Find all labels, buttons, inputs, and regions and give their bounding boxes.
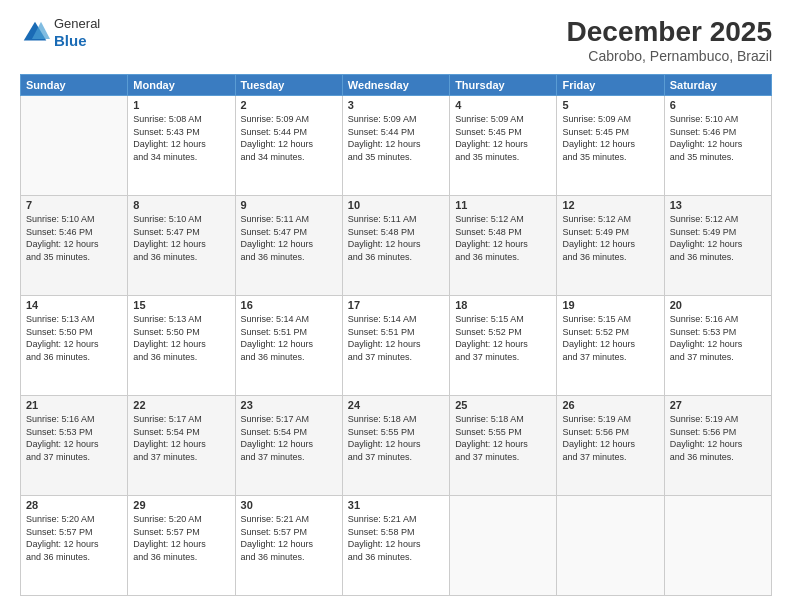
calendar-day-cell xyxy=(21,96,128,196)
day-info: Sunrise: 5:11 AM Sunset: 5:48 PM Dayligh… xyxy=(348,213,444,263)
day-number: 15 xyxy=(133,299,229,311)
calendar-day-cell: 15Sunrise: 5:13 AM Sunset: 5:50 PM Dayli… xyxy=(128,296,235,396)
day-number: 10 xyxy=(348,199,444,211)
day-info: Sunrise: 5:14 AM Sunset: 5:51 PM Dayligh… xyxy=(348,313,444,363)
calendar-day-cell: 9Sunrise: 5:11 AM Sunset: 5:47 PM Daylig… xyxy=(235,196,342,296)
day-info: Sunrise: 5:12 AM Sunset: 5:49 PM Dayligh… xyxy=(562,213,658,263)
calendar-week-row: 21Sunrise: 5:16 AM Sunset: 5:53 PM Dayli… xyxy=(21,396,772,496)
calendar-day-cell: 17Sunrise: 5:14 AM Sunset: 5:51 PM Dayli… xyxy=(342,296,449,396)
calendar-day-cell: 25Sunrise: 5:18 AM Sunset: 5:55 PM Dayli… xyxy=(450,396,557,496)
calendar-day-cell: 13Sunrise: 5:12 AM Sunset: 5:49 PM Dayli… xyxy=(664,196,771,296)
day-number: 16 xyxy=(241,299,337,311)
calendar-week-row: 7Sunrise: 5:10 AM Sunset: 5:46 PM Daylig… xyxy=(21,196,772,296)
logo-general: General xyxy=(54,16,100,32)
day-info: Sunrise: 5:10 AM Sunset: 5:46 PM Dayligh… xyxy=(670,113,766,163)
main-title: December 2025 xyxy=(567,16,772,48)
weekday-header: Friday xyxy=(557,75,664,96)
day-info: Sunrise: 5:14 AM Sunset: 5:51 PM Dayligh… xyxy=(241,313,337,363)
calendar-day-cell: 23Sunrise: 5:17 AM Sunset: 5:54 PM Dayli… xyxy=(235,396,342,496)
day-info: Sunrise: 5:20 AM Sunset: 5:57 PM Dayligh… xyxy=(26,513,122,563)
calendar-day-cell: 27Sunrise: 5:19 AM Sunset: 5:56 PM Dayli… xyxy=(664,396,771,496)
day-number: 24 xyxy=(348,399,444,411)
calendar-day-cell xyxy=(450,496,557,596)
weekday-header: Monday xyxy=(128,75,235,96)
calendar-week-row: 14Sunrise: 5:13 AM Sunset: 5:50 PM Dayli… xyxy=(21,296,772,396)
day-number: 6 xyxy=(670,99,766,111)
day-info: Sunrise: 5:15 AM Sunset: 5:52 PM Dayligh… xyxy=(455,313,551,363)
calendar-header-row: SundayMondayTuesdayWednesdayThursdayFrid… xyxy=(21,75,772,96)
calendar-day-cell: 21Sunrise: 5:16 AM Sunset: 5:53 PM Dayli… xyxy=(21,396,128,496)
weekday-header: Tuesday xyxy=(235,75,342,96)
day-info: Sunrise: 5:19 AM Sunset: 5:56 PM Dayligh… xyxy=(670,413,766,463)
calendar-day-cell: 3Sunrise: 5:09 AM Sunset: 5:44 PM Daylig… xyxy=(342,96,449,196)
calendar-day-cell: 28Sunrise: 5:20 AM Sunset: 5:57 PM Dayli… xyxy=(21,496,128,596)
logo-icon xyxy=(20,18,50,48)
logo-blue: Blue xyxy=(54,32,100,50)
calendar-week-row: 28Sunrise: 5:20 AM Sunset: 5:57 PM Dayli… xyxy=(21,496,772,596)
page: General Blue December 2025 Cabrobo, Pern… xyxy=(0,0,792,612)
day-number: 11 xyxy=(455,199,551,211)
calendar-day-cell: 1Sunrise: 5:08 AM Sunset: 5:43 PM Daylig… xyxy=(128,96,235,196)
calendar-day-cell: 2Sunrise: 5:09 AM Sunset: 5:44 PM Daylig… xyxy=(235,96,342,196)
calendar-day-cell: 31Sunrise: 5:21 AM Sunset: 5:58 PM Dayli… xyxy=(342,496,449,596)
calendar-day-cell: 10Sunrise: 5:11 AM Sunset: 5:48 PM Dayli… xyxy=(342,196,449,296)
day-info: Sunrise: 5:10 AM Sunset: 5:46 PM Dayligh… xyxy=(26,213,122,263)
weekday-header: Thursday xyxy=(450,75,557,96)
logo-text: General Blue xyxy=(54,16,100,50)
day-info: Sunrise: 5:15 AM Sunset: 5:52 PM Dayligh… xyxy=(562,313,658,363)
day-info: Sunrise: 5:12 AM Sunset: 5:48 PM Dayligh… xyxy=(455,213,551,263)
subtitle: Cabrobo, Pernambuco, Brazil xyxy=(567,48,772,64)
day-info: Sunrise: 5:21 AM Sunset: 5:57 PM Dayligh… xyxy=(241,513,337,563)
day-info: Sunrise: 5:19 AM Sunset: 5:56 PM Dayligh… xyxy=(562,413,658,463)
day-number: 26 xyxy=(562,399,658,411)
day-info: Sunrise: 5:09 AM Sunset: 5:45 PM Dayligh… xyxy=(562,113,658,163)
day-info: Sunrise: 5:10 AM Sunset: 5:47 PM Dayligh… xyxy=(133,213,229,263)
calendar-week-row: 1Sunrise: 5:08 AM Sunset: 5:43 PM Daylig… xyxy=(21,96,772,196)
calendar-day-cell: 12Sunrise: 5:12 AM Sunset: 5:49 PM Dayli… xyxy=(557,196,664,296)
day-info: Sunrise: 5:16 AM Sunset: 5:53 PM Dayligh… xyxy=(26,413,122,463)
calendar-day-cell: 14Sunrise: 5:13 AM Sunset: 5:50 PM Dayli… xyxy=(21,296,128,396)
weekday-header: Sunday xyxy=(21,75,128,96)
day-info: Sunrise: 5:09 AM Sunset: 5:44 PM Dayligh… xyxy=(241,113,337,163)
calendar-day-cell: 20Sunrise: 5:16 AM Sunset: 5:53 PM Dayli… xyxy=(664,296,771,396)
day-number: 8 xyxy=(133,199,229,211)
header: General Blue December 2025 Cabrobo, Pern… xyxy=(20,16,772,64)
day-number: 23 xyxy=(241,399,337,411)
calendar-day-cell: 29Sunrise: 5:20 AM Sunset: 5:57 PM Dayli… xyxy=(128,496,235,596)
calendar-day-cell: 19Sunrise: 5:15 AM Sunset: 5:52 PM Dayli… xyxy=(557,296,664,396)
day-info: Sunrise: 5:13 AM Sunset: 5:50 PM Dayligh… xyxy=(26,313,122,363)
day-number: 28 xyxy=(26,499,122,511)
calendar-day-cell: 11Sunrise: 5:12 AM Sunset: 5:48 PM Dayli… xyxy=(450,196,557,296)
day-number: 30 xyxy=(241,499,337,511)
day-number: 3 xyxy=(348,99,444,111)
calendar-day-cell: 24Sunrise: 5:18 AM Sunset: 5:55 PM Dayli… xyxy=(342,396,449,496)
day-info: Sunrise: 5:09 AM Sunset: 5:44 PM Dayligh… xyxy=(348,113,444,163)
day-info: Sunrise: 5:18 AM Sunset: 5:55 PM Dayligh… xyxy=(348,413,444,463)
day-number: 17 xyxy=(348,299,444,311)
day-number: 14 xyxy=(26,299,122,311)
calendar-day-cell xyxy=(664,496,771,596)
day-info: Sunrise: 5:08 AM Sunset: 5:43 PM Dayligh… xyxy=(133,113,229,163)
day-info: Sunrise: 5:16 AM Sunset: 5:53 PM Dayligh… xyxy=(670,313,766,363)
calendar-day-cell: 16Sunrise: 5:14 AM Sunset: 5:51 PM Dayli… xyxy=(235,296,342,396)
day-info: Sunrise: 5:09 AM Sunset: 5:45 PM Dayligh… xyxy=(455,113,551,163)
calendar-day-cell: 8Sunrise: 5:10 AM Sunset: 5:47 PM Daylig… xyxy=(128,196,235,296)
day-info: Sunrise: 5:11 AM Sunset: 5:47 PM Dayligh… xyxy=(241,213,337,263)
day-info: Sunrise: 5:12 AM Sunset: 5:49 PM Dayligh… xyxy=(670,213,766,263)
day-number: 31 xyxy=(348,499,444,511)
day-number: 25 xyxy=(455,399,551,411)
day-number: 9 xyxy=(241,199,337,211)
calendar-day-cell: 6Sunrise: 5:10 AM Sunset: 5:46 PM Daylig… xyxy=(664,96,771,196)
title-block: December 2025 Cabrobo, Pernambuco, Brazi… xyxy=(567,16,772,64)
calendar-day-cell: 7Sunrise: 5:10 AM Sunset: 5:46 PM Daylig… xyxy=(21,196,128,296)
day-number: 4 xyxy=(455,99,551,111)
day-info: Sunrise: 5:17 AM Sunset: 5:54 PM Dayligh… xyxy=(241,413,337,463)
day-info: Sunrise: 5:13 AM Sunset: 5:50 PM Dayligh… xyxy=(133,313,229,363)
calendar-day-cell: 22Sunrise: 5:17 AM Sunset: 5:54 PM Dayli… xyxy=(128,396,235,496)
day-number: 29 xyxy=(133,499,229,511)
day-info: Sunrise: 5:17 AM Sunset: 5:54 PM Dayligh… xyxy=(133,413,229,463)
day-info: Sunrise: 5:18 AM Sunset: 5:55 PM Dayligh… xyxy=(455,413,551,463)
day-info: Sunrise: 5:21 AM Sunset: 5:58 PM Dayligh… xyxy=(348,513,444,563)
day-number: 19 xyxy=(562,299,658,311)
day-number: 1 xyxy=(133,99,229,111)
